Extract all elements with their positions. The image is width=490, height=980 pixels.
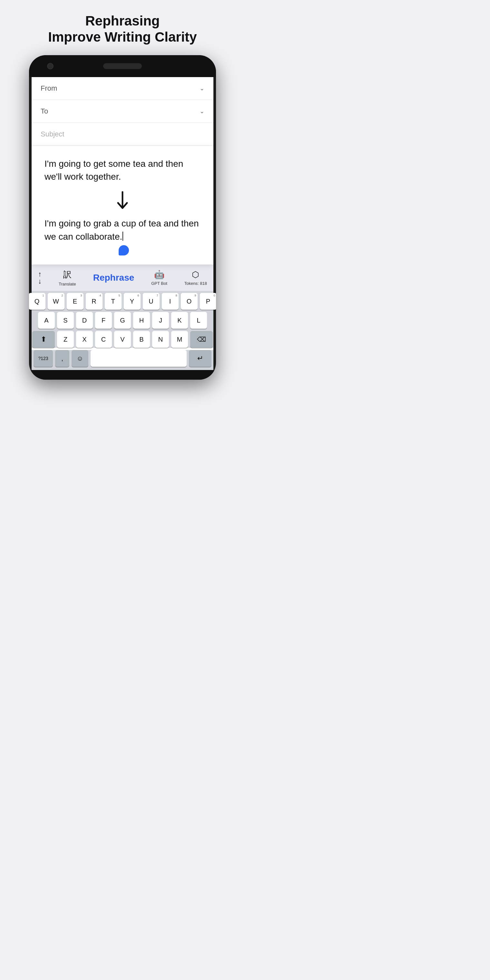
key-Z[interactable]: Z [57, 331, 74, 348]
keyboard-keys: Q1 W2 E3 R4 T5 Y6 U7 I8 O9 P0 A S D F G … [32, 291, 213, 348]
key-V[interactable]: V [114, 331, 131, 348]
text-cursor [122, 232, 123, 241]
drop-handle-shape [119, 245, 129, 256]
phone-top-bar [29, 55, 216, 77]
key-X[interactable]: X [76, 331, 93, 348]
key-H[interactable]: H [133, 312, 150, 329]
cursor-drop-handle [44, 245, 200, 256]
key-L[interactable]: L [190, 312, 207, 329]
key-N[interactable]: N [152, 331, 169, 348]
gpt-bot-label: GPT Bot [151, 281, 167, 286]
space-key[interactable] [90, 350, 187, 367]
phone-camera [47, 63, 54, 69]
enter-key[interactable]: ↵ [189, 350, 211, 367]
key-E[interactable]: E3 [67, 293, 84, 310]
key-O[interactable]: O9 [181, 293, 198, 310]
phone-bottom-bar [29, 370, 216, 380]
page-title: Rephrasing Improve Writing Clarity [48, 13, 197, 46]
key-J[interactable]: J [152, 312, 169, 329]
translate-icon: 訳 [63, 269, 71, 280]
key-P[interactable]: P0 [200, 293, 216, 310]
from-label: From [41, 84, 57, 92]
key-R[interactable]: R4 [86, 293, 103, 310]
key-U[interactable]: U7 [143, 293, 160, 310]
gpt-bot-icon: 🤖 [154, 270, 164, 280]
down-arrow-icon [44, 191, 200, 211]
cube-icon: ⬡ [192, 270, 199, 280]
key-D[interactable]: D [76, 312, 93, 329]
subject-placeholder: Subject [41, 130, 64, 138]
text-comparison: I'm going to get some tea and then we'll… [32, 146, 213, 264]
rephrased-text: I'm going to grab a cup of tea and then … [44, 218, 199, 242]
backspace-key[interactable]: ⌫ [190, 331, 213, 348]
tokens-display: ⬡ Tokens: 818 [184, 270, 207, 286]
key-W[interactable]: W2 [48, 293, 65, 310]
phone-speaker [103, 63, 142, 69]
key-F[interactable]: F [95, 312, 112, 329]
keyboard-toolbar: ↑ ↓ 訳 Translate Rephrase 🤖 GPT Bot ⬡ Tok… [32, 264, 213, 291]
to-label: To [41, 107, 48, 116]
translate-label: Translate [59, 282, 76, 286]
from-field[interactable]: From ⌄ [32, 77, 213, 100]
from-chevron-icon: ⌄ [200, 85, 205, 92]
key-S[interactable]: S [57, 312, 74, 329]
key-G[interactable]: G [114, 312, 131, 329]
num-key[interactable]: ?123 [33, 350, 53, 367]
key-row-3: ⬆ Z X C V B N M ⌫ [33, 331, 211, 348]
key-M[interactable]: M [171, 331, 188, 348]
original-text: I'm going to get some tea and then we'll… [44, 158, 200, 183]
to-chevron-icon: ⌄ [200, 108, 205, 115]
subject-field[interactable]: Subject [32, 123, 213, 146]
tokens-label: Tokens: 818 [184, 281, 207, 286]
key-A[interactable]: A [38, 312, 55, 329]
key-T[interactable]: T5 [105, 293, 122, 310]
key-C[interactable]: C [95, 331, 112, 348]
swap-arrows-icon[interactable]: ↑ ↓ [38, 270, 41, 285]
to-field[interactable]: To ⌄ [32, 100, 213, 123]
rephrased-text-container: I'm going to grab a cup of tea and then … [44, 217, 200, 243]
translate-button[interactable]: 訳 Translate [59, 269, 76, 286]
key-Y[interactable]: Y6 [124, 293, 141, 310]
emoji-key[interactable]: ☺ [71, 350, 88, 367]
key-I[interactable]: I8 [162, 293, 179, 310]
phone-screen: From ⌄ To ⌄ Subject I'm going to get som… [32, 77, 213, 370]
email-compose: From ⌄ To ⌄ Subject [32, 77, 213, 146]
rephrase-button[interactable]: Rephrase [93, 272, 135, 283]
key-K[interactable]: K [171, 312, 188, 329]
key-B[interactable]: B [133, 331, 150, 348]
phone-frame: From ⌄ To ⌄ Subject I'm going to get som… [29, 55, 216, 380]
key-row-1: Q1 W2 E3 R4 T5 Y6 U7 I8 O9 P0 [33, 293, 211, 310]
comma-key[interactable]: , [55, 350, 69, 367]
keyboard-bottom-row: ?123 , ☺ ↵ [32, 350, 213, 370]
shift-key[interactable]: ⬆ [32, 331, 55, 348]
key-row-2: A S D F G H J K L [33, 312, 211, 329]
gpt-bot-button[interactable]: 🤖 GPT Bot [151, 270, 167, 286]
key-Q[interactable]: Q1 [29, 293, 46, 310]
